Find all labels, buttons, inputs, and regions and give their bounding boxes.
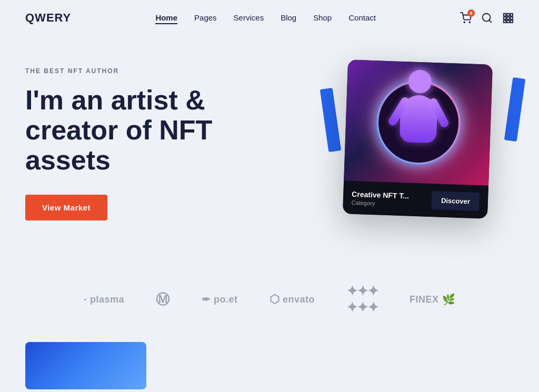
partner-coinmarketcap: Ⓜ <box>156 290 170 309</box>
envato-icon: ⬡ <box>270 293 280 306</box>
svg-rect-12 <box>511 21 513 23</box>
nft-card-area: Creative NFT T... Category Discover <box>335 57 514 246</box>
nft-card-image <box>344 59 493 185</box>
nft-title: Creative NFT T... <box>352 189 409 200</box>
poet-icon: ✒ <box>202 293 211 306</box>
svg-rect-9 <box>511 17 513 19</box>
nav-item-services[interactable]: Services <box>234 13 264 23</box>
partner-plasma: · plasma <box>84 294 124 306</box>
cart-badge: 0 <box>467 9 475 17</box>
person-head <box>408 69 432 94</box>
svg-line-3 <box>489 20 491 22</box>
nav-item-pages[interactable]: Pages <box>194 13 217 23</box>
grid-menu-button[interactable] <box>502 12 514 24</box>
partner-poet: ✒ po.et <box>202 293 238 306</box>
person-silhouette <box>380 69 457 177</box>
search-button[interactable] <box>481 12 493 24</box>
cart-button[interactable]: 0 <box>460 12 472 24</box>
svg-rect-10 <box>504 21 506 23</box>
partners-section: · plasma Ⓜ ✒ po.et ⬡ envato ✦✦✦✦✦✦ FINEX… <box>0 257 539 331</box>
arm-right <box>427 97 450 128</box>
svg-rect-5 <box>507 14 510 16</box>
finex-label: FINEX <box>410 294 439 305</box>
svg-point-1 <box>469 22 470 23</box>
partner-envato: ⬡ envato <box>270 293 315 306</box>
blue-shape-right <box>504 77 525 142</box>
svg-point-0 <box>464 22 465 23</box>
finex-icon: 🌿 <box>442 293 456 306</box>
nav-item-shop[interactable]: Shop <box>313 13 332 23</box>
discover-button[interactable]: Discover <box>431 191 480 211</box>
svg-rect-11 <box>507 21 510 23</box>
nav-item-home[interactable]: Home <box>155 13 177 23</box>
iota-icon: ✦✦✦✦✦✦ <box>346 283 378 316</box>
hero-section: THE BEST NFT AUTHOR I'm an artist &creat… <box>0 36 539 257</box>
hero-title: I'm an artist &creator of NFTassets <box>25 85 299 176</box>
person-arms <box>394 95 443 128</box>
svg-rect-6 <box>511 14 513 16</box>
nft-card-text: Creative NFT T... Category <box>352 189 410 207</box>
hero-text: THE BEST NFT AUTHOR I'm an artist &creat… <box>25 57 366 220</box>
nft-card: Creative NFT T... Category Discover <box>343 59 493 218</box>
svg-rect-8 <box>507 17 510 19</box>
coinmarketcap-icon: Ⓜ <box>156 290 170 309</box>
nav-links: Home Pages Services Blog Shop Contact <box>155 13 376 23</box>
navbar: QWERY Home Pages Services Blog Shop Cont… <box>0 0 539 36</box>
nft-card-info: Creative NFT T... Category Discover <box>343 180 488 219</box>
plasma-icon: · <box>84 294 87 306</box>
svg-rect-7 <box>504 17 506 19</box>
nav-item-contact[interactable]: Contact <box>348 13 376 23</box>
nav-icons: 0 <box>460 12 514 24</box>
arm-left <box>387 96 411 127</box>
poet-label: po.et <box>214 294 238 305</box>
plasma-label: plasma <box>90 294 124 305</box>
partner-iota: ✦✦✦✦✦✦ <box>346 283 378 316</box>
nav-item-blog[interactable]: Blog <box>281 13 296 23</box>
svg-rect-4 <box>504 14 506 16</box>
envato-label: envato <box>283 294 315 305</box>
partner-finex: FINEX 🌿 <box>410 293 455 306</box>
logo[interactable]: QWERY <box>25 11 71 25</box>
hero-subtitle: THE BEST NFT AUTHOR <box>25 67 366 75</box>
view-market-button[interactable]: View Market <box>25 195 107 220</box>
nft-category: Category <box>352 199 409 207</box>
bottom-blue-section <box>25 342 146 389</box>
